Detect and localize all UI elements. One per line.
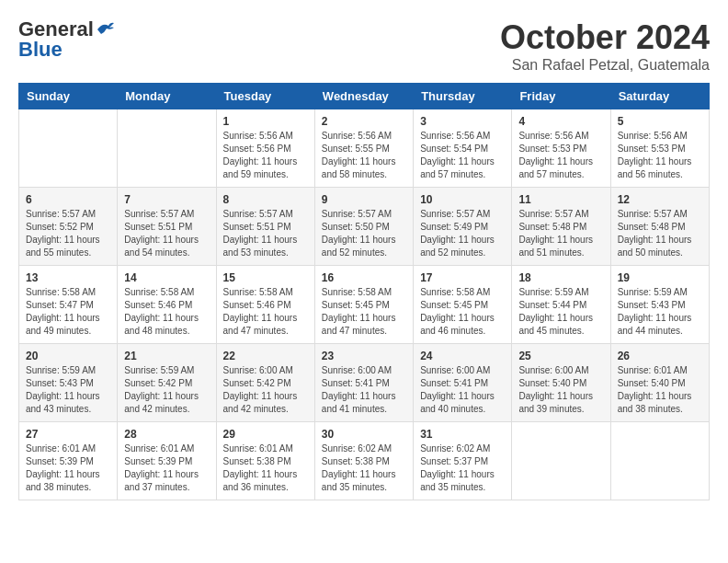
calendar-cell: 22Sunrise: 6:00 AMSunset: 5:42 PMDayligh… — [216, 344, 314, 422]
calendar-header-monday: Monday — [118, 84, 216, 109]
calendar-cell — [512, 422, 610, 500]
day-number: 6 — [26, 193, 110, 206]
day-number: 10 — [420, 193, 505, 206]
day-number: 25 — [518, 350, 603, 362]
day-number: 11 — [518, 193, 603, 206]
calendar-cell: 24Sunrise: 6:00 AMSunset: 5:41 PMDayligh… — [414, 344, 512, 422]
day-info: Sunrise: 5:58 AMSunset: 5:45 PMDaylight:… — [322, 286, 406, 338]
calendar-cell: 14Sunrise: 5:58 AMSunset: 5:46 PMDayligh… — [118, 266, 216, 344]
calendar-cell: 25Sunrise: 6:00 AMSunset: 5:40 PMDayligh… — [512, 344, 610, 422]
day-number: 15 — [223, 271, 308, 284]
calendar-cell: 6Sunrise: 5:57 AMSunset: 5:52 PMDaylight… — [19, 188, 118, 266]
calendar-cell: 5Sunrise: 5:56 AMSunset: 5:53 PMDaylight… — [610, 109, 709, 188]
day-info: Sunrise: 5:56 AMSunset: 5:54 PMDaylight:… — [420, 130, 505, 181]
day-number: 16 — [322, 271, 406, 284]
calendar-cell: 26Sunrise: 6:01 AMSunset: 5:40 PMDayligh… — [610, 344, 709, 422]
day-number: 29 — [223, 428, 308, 441]
calendar-cell: 17Sunrise: 5:58 AMSunset: 5:45 PMDayligh… — [414, 266, 512, 344]
calendar-cell: 11Sunrise: 5:57 AMSunset: 5:48 PMDayligh… — [512, 188, 610, 266]
day-number: 19 — [618, 271, 702, 284]
day-number: 2 — [322, 115, 406, 128]
day-info: Sunrise: 5:57 AMSunset: 5:51 PMDaylight:… — [124, 208, 209, 259]
calendar-cell: 12Sunrise: 5:57 AMSunset: 5:48 PMDayligh… — [610, 188, 709, 266]
calendar-cell: 29Sunrise: 6:01 AMSunset: 5:38 PMDayligh… — [216, 422, 314, 500]
calendar-header-friday: Friday — [512, 84, 610, 109]
calendar-cell: 10Sunrise: 5:57 AMSunset: 5:49 PMDayligh… — [414, 188, 512, 266]
day-number: 8 — [223, 193, 308, 206]
calendar-table: SundayMondayTuesdayWednesdayThursdayFrid… — [18, 83, 710, 500]
calendar-cell: 19Sunrise: 5:59 AMSunset: 5:43 PMDayligh… — [610, 266, 709, 344]
calendar-cell: 16Sunrise: 5:58 AMSunset: 5:45 PMDayligh… — [314, 266, 413, 344]
day-info: Sunrise: 5:57 AMSunset: 5:52 PMDaylight:… — [26, 208, 110, 259]
day-number: 20 — [26, 350, 110, 362]
logo-blue-text: Blue — [18, 39, 63, 61]
calendar-cell — [118, 109, 216, 188]
month-title: October 2024 — [500, 18, 710, 57]
day-number: 24 — [420, 350, 505, 362]
day-info: Sunrise: 6:02 AMSunset: 5:38 PMDaylight:… — [322, 442, 406, 494]
calendar-cell: 9Sunrise: 5:57 AMSunset: 5:50 PMDaylight… — [314, 188, 413, 266]
calendar-cell: 15Sunrise: 5:58 AMSunset: 5:46 PMDayligh… — [216, 266, 314, 344]
day-info: Sunrise: 5:58 AMSunset: 5:47 PMDaylight:… — [26, 286, 110, 338]
calendar-cell: 8Sunrise: 5:57 AMSunset: 5:51 PMDaylight… — [216, 188, 314, 266]
day-number: 18 — [518, 271, 603, 284]
day-info: Sunrise: 6:00 AMSunset: 5:40 PMDaylight:… — [518, 364, 603, 416]
calendar-cell: 2Sunrise: 5:56 AMSunset: 5:55 PMDaylight… — [314, 109, 413, 188]
day-info: Sunrise: 5:57 AMSunset: 5:49 PMDaylight:… — [420, 208, 505, 259]
calendar-week-1: 1Sunrise: 5:56 AMSunset: 5:56 PMDaylight… — [19, 109, 710, 188]
day-info: Sunrise: 5:57 AMSunset: 5:48 PMDaylight:… — [618, 208, 702, 259]
day-info: Sunrise: 5:57 AMSunset: 5:51 PMDaylight:… — [223, 208, 308, 259]
day-number: 12 — [618, 193, 702, 206]
calendar-cell: 30Sunrise: 6:02 AMSunset: 5:38 PMDayligh… — [314, 422, 413, 500]
day-number: 22 — [223, 350, 308, 362]
calendar-cell: 31Sunrise: 6:02 AMSunset: 5:37 PMDayligh… — [414, 422, 512, 500]
calendar-header-saturday: Saturday — [610, 84, 709, 109]
calendar-cell: 13Sunrise: 5:58 AMSunset: 5:47 PMDayligh… — [19, 266, 118, 344]
calendar-cell: 18Sunrise: 5:59 AMSunset: 5:44 PMDayligh… — [512, 266, 610, 344]
page-header: General Blue October 2024 San Rafael Pet… — [18, 18, 710, 74]
day-info: Sunrise: 5:59 AMSunset: 5:42 PMDaylight:… — [124, 364, 209, 416]
calendar-cell: 3Sunrise: 5:56 AMSunset: 5:54 PMDaylight… — [414, 109, 512, 188]
calendar-header-thursday: Thursday — [414, 84, 512, 109]
day-number: 14 — [124, 271, 209, 284]
day-number: 7 — [124, 193, 209, 206]
calendar-cell — [19, 109, 118, 188]
calendar-cell: 23Sunrise: 6:00 AMSunset: 5:41 PMDayligh… — [314, 344, 413, 422]
day-number: 27 — [26, 428, 110, 441]
day-number: 1 — [223, 115, 308, 128]
calendar-cell — [610, 422, 709, 500]
calendar-week-4: 20Sunrise: 5:59 AMSunset: 5:43 PMDayligh… — [19, 344, 710, 422]
day-number: 28 — [124, 428, 209, 441]
day-info: Sunrise: 5:56 AMSunset: 5:53 PMDaylight:… — [618, 130, 702, 181]
day-number: 30 — [322, 428, 406, 441]
day-info: Sunrise: 5:59 AMSunset: 5:43 PMDaylight:… — [618, 286, 702, 338]
calendar-header-sunday: Sunday — [19, 84, 118, 109]
calendar-header-tuesday: Tuesday — [216, 84, 314, 109]
day-info: Sunrise: 5:57 AMSunset: 5:48 PMDaylight:… — [518, 208, 603, 259]
day-info: Sunrise: 5:56 AMSunset: 5:53 PMDaylight:… — [518, 130, 603, 181]
day-number: 5 — [618, 115, 702, 128]
title-block: October 2024 San Rafael Petzal, Guatemal… — [500, 18, 710, 74]
day-number: 21 — [124, 350, 209, 362]
day-number: 3 — [420, 115, 505, 128]
day-info: Sunrise: 6:00 AMSunset: 5:41 PMDaylight:… — [322, 364, 406, 416]
day-info: Sunrise: 6:01 AMSunset: 5:39 PMDaylight:… — [26, 442, 110, 494]
day-info: Sunrise: 6:00 AMSunset: 5:42 PMDaylight:… — [223, 364, 308, 416]
day-number: 13 — [26, 271, 110, 284]
day-info: Sunrise: 6:01 AMSunset: 5:40 PMDaylight:… — [618, 364, 702, 416]
calendar-cell: 27Sunrise: 6:01 AMSunset: 5:39 PMDayligh… — [19, 422, 118, 500]
day-info: Sunrise: 5:58 AMSunset: 5:46 PMDaylight:… — [124, 286, 209, 338]
day-number: 26 — [618, 350, 702, 362]
location-title: San Rafael Petzal, Guatemala — [500, 57, 710, 74]
day-number: 17 — [420, 271, 505, 284]
calendar-header-row: SundayMondayTuesdayWednesdayThursdayFrid… — [19, 84, 710, 109]
day-info: Sunrise: 5:58 AMSunset: 5:45 PMDaylight:… — [420, 286, 505, 338]
calendar-header-wednesday: Wednesday — [314, 84, 413, 109]
calendar-week-5: 27Sunrise: 6:01 AMSunset: 5:39 PMDayligh… — [19, 422, 710, 500]
day-number: 31 — [420, 428, 505, 441]
day-info: Sunrise: 6:01 AMSunset: 5:39 PMDaylight:… — [124, 442, 209, 494]
day-number: 4 — [518, 115, 603, 128]
day-info: Sunrise: 6:00 AMSunset: 5:41 PMDaylight:… — [420, 364, 505, 416]
day-info: Sunrise: 5:59 AMSunset: 5:44 PMDaylight:… — [518, 286, 603, 338]
day-info: Sunrise: 5:57 AMSunset: 5:50 PMDaylight:… — [322, 208, 406, 259]
